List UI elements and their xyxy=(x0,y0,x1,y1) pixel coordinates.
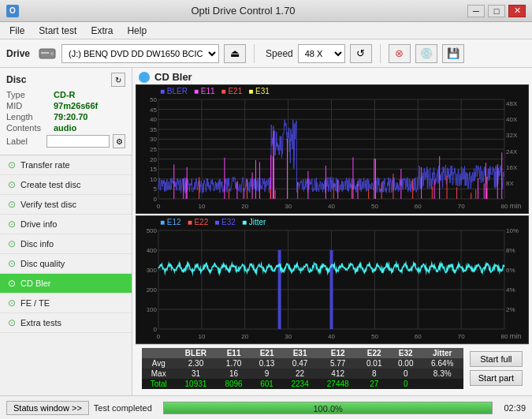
stats-max-e31: 22 xyxy=(283,368,318,379)
start-full-button[interactable]: Start full xyxy=(470,351,523,367)
sidebar-item-verify-test-disc[interactable]: ⊙ Verify test disc xyxy=(0,195,132,215)
sidebar-item-fe-te[interactable]: ⊙ FE / TE xyxy=(0,294,132,313)
stats-row-max: Max 31 16 9 22 412 8 0 8.3% xyxy=(142,368,463,379)
main-area: Disc ↻ Type CD-R MID 97m26s66f Length 79… xyxy=(0,68,532,395)
eject-button[interactable]: ⏏ xyxy=(224,44,246,63)
stats-avg-e22: 0.01 xyxy=(359,358,390,368)
stats-header-e21: E21 xyxy=(251,348,283,358)
disc-type-label: Type xyxy=(6,90,50,99)
menu-file[interactable]: File xyxy=(3,24,31,38)
disc-label-row: Label ⚙ xyxy=(6,134,125,148)
sidebar-label-create-test-disc: Create test disc xyxy=(20,180,80,189)
legend-e31: ■ E31 xyxy=(248,87,270,95)
sidebar-item-drive-info[interactable]: ⊙ Drive info xyxy=(0,215,132,234)
close-button[interactable]: ✕ xyxy=(508,5,526,17)
sidebar-item-create-test-disc[interactable]: ⊙ Create test disc xyxy=(0,175,132,195)
fe-te-icon: ⊙ xyxy=(8,297,16,309)
legend-e21: ■ E21 xyxy=(221,87,243,95)
stats-total-e22: 27 xyxy=(359,379,390,389)
menu-extra[interactable]: Extra xyxy=(84,24,119,38)
top-chart-box: ■ BLER ■ E11 ■ E21 ■ E31 xyxy=(136,84,529,214)
stats-header-bler: BLER xyxy=(175,348,216,358)
disc-type-row: Type CD-R xyxy=(6,90,125,99)
refresh-button[interactable]: ↺ xyxy=(350,44,372,63)
disc-type-value: CD-R xyxy=(54,90,76,99)
stats-header-label xyxy=(142,348,175,358)
sidebar: Disc ↻ Type CD-R MID 97m26s66f Length 79… xyxy=(0,68,132,395)
bottom-chart-canvas xyxy=(136,216,528,343)
erase-button[interactable]: ⊗ xyxy=(389,44,411,63)
stats-header-e32: E32 xyxy=(390,348,422,358)
menu-help[interactable]: Help xyxy=(121,24,153,38)
stats-avg-e12: 5.77 xyxy=(318,358,359,368)
stats-max-bler: 31 xyxy=(175,368,216,379)
toolbar-separator xyxy=(254,44,255,63)
drive-label: Drive xyxy=(6,48,30,59)
menubar: File Start test Extra Help xyxy=(0,22,532,39)
sidebar-item-disc-quality[interactable]: ⊙ Disc quality xyxy=(0,254,132,274)
stats-avg-jitter: 6.64% xyxy=(422,358,463,368)
burn-button[interactable]: 💿 xyxy=(415,44,437,63)
disc-mid-row: MID 97m26s66f xyxy=(6,101,125,110)
action-buttons: Start full Start part xyxy=(470,351,523,386)
toolbar-separator2 xyxy=(380,44,381,63)
toolbar: Drive (J:) BENQ DVD DD DW1650 BCIC ⏏ Spe… xyxy=(0,39,532,68)
sidebar-nav: ⊙ Transfer rate ⊙ Create test disc ⊙ Ver… xyxy=(0,155,132,333)
stats-avg-bler: 2.30 xyxy=(175,358,216,368)
disc-contents-label: Contents xyxy=(6,123,50,133)
stats-total-e12: 27448 xyxy=(318,379,359,389)
disc-label-input[interactable] xyxy=(47,135,110,148)
stats-header-e12: E12 xyxy=(318,348,359,358)
top-chart-legend: ■ BLER ■ E11 ■ E21 ■ E31 xyxy=(160,87,270,95)
stats-max-e22: 8 xyxy=(359,368,390,379)
speed-label: Speed xyxy=(266,48,293,59)
stats-table: BLER E11 E21 E31 E12 E22 E32 Jitter Avg xyxy=(142,348,463,389)
disc-contents-row: Contents audio xyxy=(6,123,125,133)
sidebar-item-transfer-rate[interactable]: ⊙ Transfer rate xyxy=(0,155,132,175)
disc-quality-icon: ⊙ xyxy=(8,258,16,269)
stats-avg-e21: 0.13 xyxy=(251,358,283,368)
svg-rect-1 xyxy=(41,52,49,54)
create-test-disc-icon: ⊙ xyxy=(8,179,16,190)
window-controls: ─ □ ✕ xyxy=(467,5,526,17)
legend-jitter: ■ Jitter xyxy=(242,218,266,226)
stats-total-label: Total xyxy=(142,379,175,389)
sidebar-label-disc-quality: Disc quality xyxy=(20,259,65,268)
sidebar-item-disc-info[interactable]: ⊙ Disc info xyxy=(0,234,132,254)
legend-e32: ■ E32 xyxy=(214,218,236,226)
bottom-chart-box: ■ E12 ■ E22 ■ E32 ■ Jitter xyxy=(136,215,529,344)
drive-icon xyxy=(38,44,57,63)
sidebar-item-extra-tests[interactable]: ⊙ Extra tests xyxy=(0,313,132,333)
drive-select[interactable]: (J:) BENQ DVD DD DW1650 BCIC xyxy=(61,44,219,63)
sidebar-item-cd-bler[interactable]: ⊙ CD Bler xyxy=(0,274,132,294)
minimize-button[interactable]: ─ xyxy=(467,5,485,17)
legend-e11: ■ E11 xyxy=(194,87,215,95)
stats-max-e32: 0 xyxy=(390,368,422,379)
stats-total-e31: 2234 xyxy=(283,379,318,389)
disc-contents-value: audio xyxy=(54,123,76,133)
transfer-rate-icon: ⊙ xyxy=(8,159,16,170)
speed-select[interactable]: 48 X xyxy=(298,44,345,63)
disc-label-settings-button[interactable]: ⚙ xyxy=(113,134,125,148)
sidebar-label-disc-info: Disc info xyxy=(20,239,54,249)
start-part-button[interactable]: Start part xyxy=(470,370,523,386)
disc-length-label: Length xyxy=(6,112,50,122)
stats-header-jitter: Jitter xyxy=(422,348,463,358)
stats-max-jitter: 8.3% xyxy=(422,368,463,379)
titlebar-left: O xyxy=(6,5,19,17)
app-icon: O xyxy=(6,5,19,17)
legend-e22: ■ E22 xyxy=(188,218,209,226)
charts-container: ■ BLER ■ E11 ■ E21 ■ E31 ■ E12 ■ E22 ■ E… xyxy=(136,84,529,344)
status-window-button[interactable]: Status window >> xyxy=(6,401,89,415)
legend-bler: ■ BLER xyxy=(160,87,188,95)
stats-max-e21: 9 xyxy=(251,368,283,379)
menu-start-test[interactable]: Start test xyxy=(32,24,83,38)
maximize-button[interactable]: □ xyxy=(488,5,505,17)
save-button[interactable]: 💾 xyxy=(442,44,464,63)
stats-area: BLER E11 E21 E31 E12 E22 E32 Jitter Avg xyxy=(136,344,529,392)
disc-refresh-button[interactable]: ↻ xyxy=(111,73,125,87)
stats-total-e21: 601 xyxy=(251,379,283,389)
cd-bler-icon: ⊙ xyxy=(8,278,16,289)
stats-max-e12: 412 xyxy=(318,368,359,379)
svg-point-2 xyxy=(50,51,54,55)
